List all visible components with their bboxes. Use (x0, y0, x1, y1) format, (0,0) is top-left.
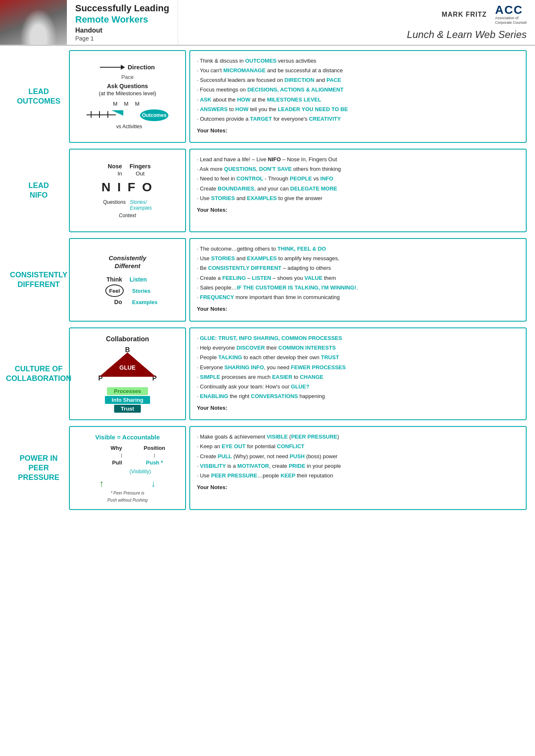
cd-title1: Consistently (109, 254, 146, 261)
note-1: · Think & discuss in OUTCOMES versus act… (197, 57, 519, 65)
section-collaboration: CULTURE OF COLLABORATION Collaboration B… (8, 327, 527, 420)
notes-nifo: · Lead and have a life! – Live NIFO – No… (189, 149, 527, 232)
label-lead-nifo: LEAD NIFO (8, 149, 69, 232)
stories-label-cd: Stories (130, 284, 179, 297)
cd-note-1: · The outcome…getting others to THINK, F… (197, 245, 519, 253)
header-title-sub: Remote Workers (75, 14, 169, 25)
col-note-1: · GLUE: TRUST, INFO SHARING, COMMON PROC… (197, 334, 519, 342)
label-nifo-2: NIFO (28, 190, 49, 200)
notes-consistently: · The outcome…getting others to THINK, F… (189, 238, 527, 322)
header-page: Page 1 (75, 35, 169, 42)
fingers-label: Fingers (130, 163, 151, 170)
section-peer-pressure: POWER IN PEER PRESSURE Visible = Account… (8, 426, 527, 510)
col-note-2: · Help everyone DISCOVER their COMMON IN… (197, 344, 519, 352)
label-collaboration: CULTURE OF COLLABORATION (8, 327, 69, 420)
direction-label: Direction (127, 63, 155, 71)
section-lead-outcomes: LEAD OUTCOMES Direction Pace Ask Questio… (8, 50, 527, 143)
note-4: · Focus meetings on DECISIONS, ACTIONS &… (197, 86, 519, 94)
acc-sub2: Corporate Counsel (495, 20, 527, 25)
label-nifo-1: LEAD (28, 181, 49, 190)
label-peer-pressure: POWER IN PEER PRESSURE (8, 426, 69, 510)
stories-label: Stories/ (130, 199, 152, 205)
label-cd-1: CONSISTENTLY (10, 270, 67, 280)
notes-collaboration: · GLUE: TRUST, INFO SHARING, COMMON PROC… (189, 327, 527, 420)
pull-label: Pull (76, 459, 125, 466)
ask-questions-label: Ask Questions (107, 83, 148, 89)
cd-note-5: · Sales people…IF THE CUSTOMER IS TALKIN… (197, 284, 519, 292)
nifo-note-2: · Ask more QUESTIONS, DON'T SAVE others … (197, 165, 519, 173)
your-notes-1: Your Notes: (197, 127, 519, 135)
peer-note-1: · Make goals & achievement VISIBLE (PEER… (197, 433, 519, 441)
processes-item: Processes (107, 387, 148, 395)
up-arrow-icon: ↑ (99, 479, 104, 488)
header-title-main: Successfully Leading (75, 3, 169, 14)
nose-label: Nose (104, 163, 125, 170)
feel-circle: Feel (105, 284, 124, 297)
collab-title: Collaboration (106, 335, 149, 343)
position-label: Position (130, 445, 179, 451)
peer-note-2: · Keep an EYE OUT for potential CONFLICT (197, 442, 519, 451)
pace-label: Pace (121, 74, 134, 80)
nifo-grid: Nose Fingers In Out (104, 163, 150, 177)
col-note-6: · Continually ask your team: How's our G… (197, 383, 519, 391)
note-7: · Outcomes provide a TARGET for everyone… (197, 115, 519, 123)
section-consistently-different: CONSISTENTLY DIFFERENT Consistently Diff… (8, 238, 527, 322)
examples-label-cd: Examples (130, 299, 179, 305)
note-6: · ANSWERS to HOW tell you the LEADER YOU… (197, 105, 519, 114)
your-notes-4: Your Notes: (197, 404, 519, 412)
cd-note-6: · FREQUENCY more important than time in … (197, 293, 519, 302)
notes-lead-outcomes: · Think & discuss in OUTCOMES versus act… (189, 50, 527, 143)
header-top-right: MARK FRITZ ACC Association of Corporate … (186, 4, 527, 25)
svg-text:GLUE: GLUE (120, 364, 136, 371)
notes-peer: · Make goals & achievement VISIBLE (PEER… (189, 426, 527, 510)
main-content: LEAD OUTCOMES Direction Pace Ask Questio… (0, 46, 535, 522)
down-arrow-icon: ↓ (151, 479, 156, 488)
label-pp-1: POWER IN (18, 454, 59, 463)
acc-logo: ACC Association of Corporate Counsel (495, 4, 527, 25)
nifo-note-3: · Need to feel in CONTROL - Through PEOP… (197, 175, 519, 183)
mark-fritz-label: MARK FRITZ (442, 11, 487, 18)
peer-note-4: · VISBILITY is a MOTIVATOR, create PRIDE… (197, 462, 519, 470)
acc-big-text: ACC (495, 4, 523, 16)
triangle-icon: GLUE (98, 352, 157, 377)
why-label: Why (76, 445, 125, 451)
header-series: Lunch & Learn Web Series (186, 29, 527, 41)
visible-label: Visible = Accountable (95, 434, 160, 441)
label-line1: LEAD (17, 87, 60, 96)
header-title-block: Successfully Leading Remote Workers Hand… (67, 0, 178, 45)
section-lead-nifo: LEAD NIFO Nose Fingers In Out N I F O Qu… (8, 149, 527, 232)
listen-label: Listen (130, 276, 179, 283)
diagram-collaboration: Collaboration B GLUE P P Processes Info … (69, 327, 186, 420)
in-label: In (104, 170, 125, 177)
cd-note-2: · Use STORIES and EXAMPLES to amplify ke… (197, 254, 519, 263)
think-label: Think (76, 276, 125, 283)
peer-note-5: · Use PEER PRESSURE…people KEEP their re… (197, 472, 519, 480)
label-cd-2: DIFFERENT (10, 280, 67, 289)
nifo-note-5: · Use STORIES and EXAMPLES to give the a… (197, 194, 519, 203)
visibility-label: (Visibility) (130, 467, 179, 475)
pull-spacer: | (76, 453, 125, 458)
feel-label: Feel (109, 288, 120, 294)
cd-note-3: · Be CONSISTENTLY DIFFERENT – adapting t… (197, 264, 519, 272)
diagram-consistently: Consistently Different Think Listen Feel… (69, 238, 186, 322)
header-right: MARK FRITZ ACC Association of Corporate … (178, 0, 535, 45)
nifo-note-4: · Create BOUNDARIES, and your can DELEGA… (197, 185, 519, 193)
header: Successfully Leading Remote Workers Hand… (0, 0, 535, 46)
nifo-bottom: Questions Stories/ Examples (103, 199, 152, 211)
diagram-nifo: Nose Fingers In Out N I F O Questions St… (69, 149, 186, 232)
label-pp-2: PEER (18, 463, 59, 473)
out-label: Out (130, 170, 151, 177)
outcomes-circle: Outcomes (140, 109, 168, 121)
note-2: · You can't MICROMANAGE and be successfu… (197, 66, 519, 75)
collab-items: Processes Info Sharing Trust (105, 387, 150, 413)
peer-grid: Why Position | | Pull Push * (Visibility… (76, 445, 179, 475)
your-notes-5: Your Notes: (197, 483, 519, 492)
cd-grid: Think Listen Feel Stories Do Examples (76, 276, 179, 305)
label-pp-3: PRESSURE (18, 473, 59, 482)
mmm-label: M M M (113, 101, 142, 107)
cd-title2: Different (115, 262, 140, 269)
label-line2: OUTCOMES (17, 96, 60, 106)
examples-label: Examples (130, 205, 152, 211)
do-label: Do (76, 299, 125, 305)
feel-wrap: Feel (76, 284, 125, 297)
